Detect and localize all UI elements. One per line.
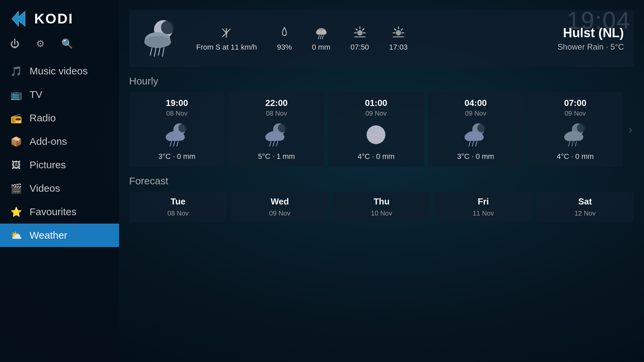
svg-line-61 xyxy=(469,141,470,146)
location-condition: Shower Rain · 5°C xyxy=(557,42,624,52)
svg-point-17 xyxy=(316,30,321,35)
sidebar-item-music-videos[interactable]: 🎵 Music videos xyxy=(0,59,119,83)
svg-line-43 xyxy=(173,141,175,146)
hourly-card-0[interactable]: 19:00 08 Nov 3°C · 0 mm xyxy=(129,92,225,167)
sidebar-item-label: Weather xyxy=(30,230,67,241)
sidebar-item-radio[interactable]: 📻 Radio xyxy=(0,106,119,130)
forecast-section-header: Forecast xyxy=(129,175,634,187)
sunset-stat: 17:03 xyxy=(389,25,408,52)
forecast-day-3: Fri xyxy=(478,196,489,207)
precip-value: 0 mm xyxy=(312,43,330,52)
svg-point-60 xyxy=(474,133,484,141)
videos-icon: 🎬 xyxy=(10,183,22,194)
svg-marker-0 xyxy=(12,11,25,26)
hourly-card-2[interactable]: 01:00 09 Nov 4°C · 0 mm xyxy=(328,92,424,167)
svg-point-18 xyxy=(321,30,327,35)
svg-line-42 xyxy=(170,141,171,146)
sunset-icon xyxy=(391,25,406,40)
hourly-card-1[interactable]: 22:00 08 Nov 5°C · 1 mm xyxy=(229,92,324,167)
svg-line-20 xyxy=(320,36,321,39)
hourly-temp-4: 4°C · 0 mm xyxy=(557,152,594,161)
hourly-icon-2 xyxy=(363,121,389,148)
svg-point-6 xyxy=(144,36,171,48)
main-nav: 🎵 Music videos 📺 TV 📻 Radio 📦 Add-ons 🖼 … xyxy=(0,59,119,362)
sidebar-item-label: Favourites xyxy=(30,206,76,218)
scroll-hint: › xyxy=(627,92,634,167)
humidity-value: 93% xyxy=(277,43,292,52)
svg-line-24 xyxy=(363,29,364,30)
hourly-date-0: 08 Nov xyxy=(166,110,187,117)
sidebar-item-pictures[interactable]: 🖼 Pictures xyxy=(0,153,119,177)
location-info: Hulst (NL) Shower Rain · 5°C xyxy=(557,26,624,52)
search-icon[interactable]: 🔍 xyxy=(61,38,73,49)
forecast-card-2[interactable]: Thu 10 Nov xyxy=(333,192,430,222)
sunrise-stat: 07:50 xyxy=(351,25,369,52)
forecast-card-1[interactable]: Wed 09 Nov xyxy=(231,192,328,222)
hourly-time-4: 07:00 xyxy=(564,98,587,108)
hourly-date-1: 08 Nov xyxy=(266,110,287,117)
svg-line-62 xyxy=(472,141,474,146)
sidebar-item-label: TV xyxy=(30,89,42,100)
wind-value: From S at 11 km/h xyxy=(196,43,257,52)
forecast-date-3: 11 Nov xyxy=(473,209,494,217)
hourly-date-4: 09 Nov xyxy=(565,110,586,117)
svg-line-8 xyxy=(154,48,156,56)
svg-point-46 xyxy=(278,124,287,132)
hourly-icon-1 xyxy=(263,121,290,148)
sidebar-item-label: Add-ons xyxy=(30,136,67,147)
top-icons: ⏻ ⚙ 🔍 xyxy=(0,35,119,59)
sidebar-item-tv[interactable]: 📺 TV xyxy=(0,83,119,106)
sidebar-item-favourites[interactable]: ⭐ Favourites xyxy=(0,200,119,224)
svg-line-69 xyxy=(569,141,570,146)
weather-icon: ⛅ xyxy=(10,230,22,241)
svg-line-71 xyxy=(575,141,577,146)
svg-point-54 xyxy=(370,129,375,134)
sidebar-item-videos[interactable]: 🎬 Videos xyxy=(0,177,119,200)
main-content: 19:04 xyxy=(119,0,644,362)
svg-point-40 xyxy=(166,133,176,141)
sunrise-icon xyxy=(353,25,367,40)
forecast-date-2: 10 Nov xyxy=(371,209,392,217)
precipitation-icon xyxy=(314,25,329,40)
forecast-card-0[interactable]: Tue 08 Nov xyxy=(129,192,227,222)
forecast-day-2: Thu xyxy=(374,196,390,207)
svg-point-53 xyxy=(367,125,385,144)
svg-point-49 xyxy=(275,133,284,141)
hourly-time-3: 04:00 xyxy=(465,98,487,108)
sunrise-value: 07:50 xyxy=(351,43,369,52)
forecast-card-3[interactable]: Fri 11 Nov xyxy=(434,192,532,222)
svg-point-2 xyxy=(161,21,174,34)
svg-point-68 xyxy=(574,133,583,141)
current-weather-card: From S at 11 km/h 93% 0 mm xyxy=(129,10,634,67)
svg-line-63 xyxy=(476,141,477,146)
forecast-row: Tue 08 Nov Wed 09 Nov Thu 10 Nov Fri 11 … xyxy=(129,192,634,222)
sunset-value: 17:03 xyxy=(389,43,408,52)
forecast-day-1: Wed xyxy=(271,196,289,207)
sidebar-item-weather[interactable]: ⛅ Weather xyxy=(0,224,119,247)
addons-icon: 📦 xyxy=(10,136,22,147)
hourly-date-2: 09 Nov xyxy=(366,110,387,117)
svg-line-10 xyxy=(162,48,164,56)
hourly-card-3[interactable]: 04:00 09 Nov 3°C · 0 mm xyxy=(428,92,524,167)
hourly-time-2: 01:00 xyxy=(365,98,387,108)
app-header: KODI xyxy=(0,0,119,35)
forecast-date-4: 12 Nov xyxy=(575,209,596,217)
sidebar-item-addons[interactable]: 📦 Add-ons xyxy=(0,130,119,153)
svg-line-52 xyxy=(276,141,278,146)
hourly-icon-3 xyxy=(462,121,489,148)
power-icon[interactable]: ⏻ xyxy=(10,38,19,49)
tv-icon: 📺 xyxy=(10,89,22,100)
svg-point-48 xyxy=(265,133,275,141)
forecast-date-1: 09 Nov xyxy=(269,209,290,217)
settings-icon[interactable]: ⚙ xyxy=(36,38,45,49)
forecast-day-4: Sat xyxy=(578,196,592,207)
wind-stat: From S at 11 km/h xyxy=(196,25,257,52)
hourly-temp-0: 3°C · 0 mm xyxy=(158,152,195,161)
svg-line-32 xyxy=(401,29,402,30)
svg-line-51 xyxy=(273,141,274,146)
location-name: Hulst (NL) xyxy=(557,26,624,40)
hourly-card-4[interactable]: 07:00 09 Nov 4°C · 0 mm xyxy=(528,92,623,167)
svg-line-19 xyxy=(318,36,319,39)
forecast-card-4[interactable]: Sat 12 Nov xyxy=(536,192,634,222)
svg-point-38 xyxy=(178,124,187,132)
